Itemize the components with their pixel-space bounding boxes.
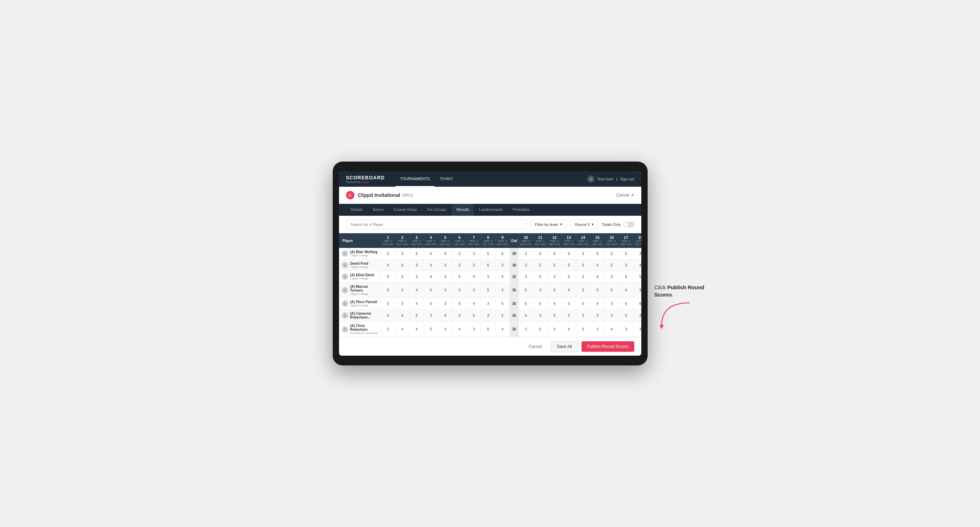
score-front-3[interactable]: 3 [409, 271, 424, 283]
score-back-17[interactable]: 6 [619, 271, 633, 283]
score-back-13[interactable]: 5 [562, 271, 576, 283]
score-back-10[interactable]: 3 [519, 322, 533, 337]
score-front-3[interactable]: 4 [409, 298, 424, 310]
score-front-1[interactable]: 5 [381, 283, 395, 298]
score-back-17[interactable]: 4 [619, 283, 633, 298]
score-back-12[interactable]: 4 [547, 298, 562, 310]
score-front-5[interactable]: 3 [438, 298, 452, 310]
score-back-14[interactable]: 3 [576, 283, 590, 298]
score-back-14[interactable]: 3 [576, 248, 590, 259]
score-front-9[interactable]: 5 [495, 310, 510, 322]
score-back-10[interactable]: 6 [519, 310, 533, 322]
score-front-5[interactable]: 3 [438, 322, 452, 337]
tournament-cancel-btn[interactable]: Cancel ✕ [616, 193, 634, 198]
score-back-11[interactable]: 5 [533, 298, 547, 310]
score-front-8[interactable]: 3 [481, 271, 495, 283]
score-back-16[interactable]: 5 [605, 259, 619, 271]
score-back-16[interactable]: 5 [605, 248, 619, 259]
score-back-18[interactable]: 4 [633, 310, 641, 322]
score-back-17[interactable]: 3 [619, 259, 633, 271]
score-front-9[interactable]: 4 [495, 322, 510, 337]
score-front-6[interactable]: 3 [452, 259, 467, 271]
score-front-2[interactable]: 3 [395, 271, 409, 283]
score-back-13[interactable]: 4 [562, 283, 576, 298]
score-back-15[interactable]: 3 [590, 322, 605, 337]
score-front-4[interactable]: 4 [424, 259, 438, 271]
score-front-8[interactable]: 6 [481, 259, 495, 271]
score-back-15[interactable]: 5 [590, 283, 605, 298]
score-back-17[interactable]: 5 [619, 248, 633, 259]
score-front-4[interactable]: 4 [424, 271, 438, 283]
score-front-1[interactable]: 4 [381, 310, 395, 322]
score-front-1[interactable]: 5 [381, 271, 395, 283]
score-back-11[interactable]: 5 [533, 259, 547, 271]
save-all-button[interactable]: Save All [551, 341, 578, 352]
score-front-7[interactable]: 3 [467, 248, 481, 259]
score-front-2[interactable]: 3 [395, 283, 409, 298]
score-back-15[interactable]: 4 [590, 271, 605, 283]
score-front-1[interactable]: 3 [381, 248, 395, 259]
round-dropdown[interactable]: Round 3 ▾ [570, 219, 598, 229]
score-front-6[interactable]: 3 [452, 283, 467, 298]
score-back-11[interactable]: 3 [533, 310, 547, 322]
score-front-7[interactable]: 5 [467, 310, 481, 322]
totals-toggle-switch[interactable] [623, 222, 634, 227]
score-back-12[interactable]: 3 [547, 271, 562, 283]
score-back-13[interactable]: 5 [562, 248, 576, 259]
sign-out-link[interactable]: Sign out [620, 177, 634, 181]
footer-cancel-button[interactable]: Cancel [523, 341, 547, 352]
score-back-16[interactable]: 4 [605, 322, 619, 337]
score-front-9[interactable]: 6 [495, 248, 510, 259]
score-back-12[interactable]: 5 [547, 283, 562, 298]
score-front-8[interactable]: 3 [481, 298, 495, 310]
score-front-7[interactable]: 3 [467, 283, 481, 298]
score-front-4[interactable]: 5 [424, 283, 438, 298]
score-back-15[interactable]: 4 [590, 259, 605, 271]
score-back-16[interactable]: 3 [605, 271, 619, 283]
score-front-4[interactable]: 5 [424, 298, 438, 310]
score-back-13[interactable]: 3 [562, 298, 576, 310]
score-front-3[interactable]: 5 [409, 248, 424, 259]
score-front-2[interactable]: 3 [395, 298, 409, 310]
score-front-5[interactable]: 4 [438, 248, 452, 259]
score-back-12[interactable]: 5 [547, 259, 562, 271]
score-front-6[interactable]: 5 [452, 298, 467, 310]
score-back-14[interactable]: 3 [576, 259, 590, 271]
score-front-4[interactable]: 5 [424, 248, 438, 259]
score-back-18[interactable]: 3 [633, 248, 641, 259]
score-back-13[interactable]: 3 [562, 310, 576, 322]
nav-teams[interactable]: TEAMS [434, 171, 458, 187]
score-front-5[interactable]: 3 [438, 283, 452, 298]
score-front-1[interactable]: 3 [381, 298, 395, 310]
score-back-16[interactable]: 3 [605, 310, 619, 322]
score-front-8[interactable]: 5 [481, 283, 495, 298]
score-back-15[interactable]: 3 [590, 310, 605, 322]
score-back-15[interactable]: 5 [590, 248, 605, 259]
score-front-3[interactable]: 5 [409, 310, 424, 322]
score-front-8[interactable]: 5 [481, 248, 495, 259]
tab-leaderboards[interactable]: Leaderboards [474, 204, 508, 216]
score-front-6[interactable]: 5 [452, 271, 467, 283]
score-front-2[interactable]: 4 [395, 322, 409, 337]
score-front-9[interactable]: 3 [495, 283, 510, 298]
tab-printables[interactable]: Printables [508, 204, 535, 216]
score-front-7[interactable]: 3 [467, 322, 481, 337]
score-back-14[interactable]: 5 [576, 298, 590, 310]
tab-tee-groups[interactable]: Tee Groups [422, 204, 452, 216]
score-back-11[interactable]: 5 [533, 271, 547, 283]
score-back-13[interactable]: 5 [562, 259, 576, 271]
tab-course-setup[interactable]: Course Setup [389, 204, 422, 216]
score-front-6[interactable]: 3 [452, 310, 467, 322]
score-back-18[interactable]: 6 [633, 298, 641, 310]
tab-details[interactable]: Details [346, 204, 368, 216]
score-back-10[interactable]: 5 [519, 298, 533, 310]
score-front-1[interactable]: 3 [381, 322, 395, 337]
score-front-5[interactable]: 3 [438, 259, 452, 271]
score-back-17[interactable]: 5 [619, 310, 633, 322]
search-input[interactable] [346, 220, 527, 229]
publish-round-scores-button[interactable]: Publish Round Scores [581, 341, 634, 352]
score-front-2[interactable]: 6 [395, 259, 409, 271]
score-back-11[interactable]: 3 [533, 283, 547, 298]
score-front-2[interactable]: 3 [395, 248, 409, 259]
tab-results[interactable]: Results [452, 204, 474, 216]
